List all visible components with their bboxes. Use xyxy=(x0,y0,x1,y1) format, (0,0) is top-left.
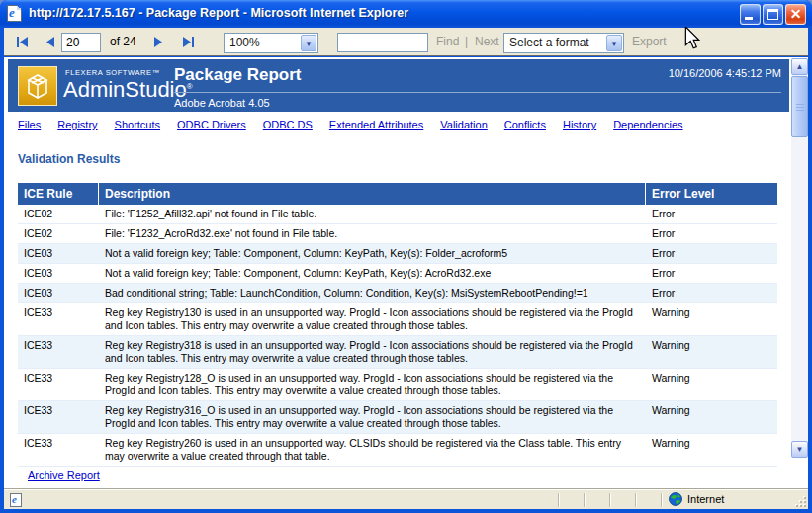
table-row: ICE03 Bad conditional string; Table: Lau… xyxy=(18,284,777,303)
globe-icon xyxy=(669,492,682,506)
nav-link-odbc-drivers[interactable]: ODBC Drivers xyxy=(177,119,246,130)
cell-ice-rule: ICE33 xyxy=(18,369,99,400)
last-page-button[interactable] xyxy=(178,34,198,50)
cell-description: Bad conditional string; Table: LaunchCon… xyxy=(99,284,646,302)
next-page-button[interactable] xyxy=(148,34,168,50)
previous-page-button[interactable] xyxy=(42,34,61,50)
cell-description: Reg key Registry130 is used in an unsupp… xyxy=(99,303,646,335)
adminstudio-logo-icon xyxy=(18,66,57,106)
cell-error-level: Error xyxy=(646,224,777,243)
cell-description: File: 'F1232_AcroRd32.exe' not found in … xyxy=(99,224,646,243)
cell-description: Reg key Registry318 is used in an unsupp… xyxy=(99,336,646,368)
table-row: ICE02 File: 'F1232_AcroRd32.exe' not fou… xyxy=(18,224,777,244)
cell-ice-rule: ICE33 xyxy=(18,434,99,466)
table-row: ICE03 Not a valid foreign key; Table: Co… xyxy=(18,264,777,284)
statusbar-divider xyxy=(558,493,559,507)
cell-error-level: Warning xyxy=(646,336,777,368)
export-button[interactable]: Export xyxy=(632,35,667,48)
table-row: ICE33 Reg key Registry260 is used in an … xyxy=(18,434,777,467)
table-row: ICE03 Not a valid foreign key; Table: Co… xyxy=(18,244,777,264)
statusbar-divider xyxy=(635,493,636,507)
window-controls: ✕ xyxy=(740,4,806,25)
close-icon: ✕ xyxy=(786,5,805,24)
cell-description: Not a valid foreign key; Table: Componen… xyxy=(99,264,646,283)
page-fold xyxy=(17,5,22,10)
find-next-separator: | xyxy=(465,35,468,48)
export-format-value: Select a format xyxy=(509,36,589,49)
table-body: ICE02 File: 'F1252_Afill32.api' not foun… xyxy=(18,205,777,467)
brand-flexera: FLEXERA SOFTWARE™ xyxy=(65,68,160,77)
security-zone: Internet xyxy=(669,492,724,506)
nav-link-conflicts[interactable]: Conflicts xyxy=(504,119,546,130)
cell-ice-rule: ICE33 xyxy=(18,401,99,433)
scroll-down-button[interactable]: ▼ xyxy=(791,441,808,458)
find-next-button[interactable]: Next xyxy=(475,35,499,48)
maximize-button[interactable] xyxy=(763,4,783,25)
column-header-description: Description xyxy=(99,183,646,205)
report-nav: FilesRegistryShortcutsODBC DriversODBC D… xyxy=(18,119,683,130)
arrow-up-icon: ▲ xyxy=(792,59,807,74)
cell-error-level: Warning xyxy=(646,369,777,400)
title-bar: e http://172.17.5.167 - Package Report -… xyxy=(0,0,812,28)
cell-error-level: Error xyxy=(646,264,777,283)
nav-link-history[interactable]: History xyxy=(563,119,596,130)
export-format-select[interactable]: Select a format ▼ xyxy=(503,33,624,53)
cell-ice-rule: ICE33 xyxy=(18,336,99,368)
cell-description: File: 'F1252_Afill32.api' not found in F… xyxy=(99,205,646,223)
table-row: ICE33 Reg key Registry128_O is used in a… xyxy=(18,369,777,401)
ie-e-glyph: e xyxy=(9,5,15,21)
cell-description: Reg key Registry260 is used in an unsupp… xyxy=(99,434,646,466)
scrollbar-thumb[interactable] xyxy=(791,76,808,137)
nav-link-dependencies[interactable]: Dependencies xyxy=(613,119,682,130)
close-button[interactable]: ✕ xyxy=(785,4,806,25)
table-row: ICE33 Reg key Registry318 is used in an … xyxy=(18,336,777,369)
report-header-band: FLEXERA SOFTWARE™ AdminStudio® Package R… xyxy=(8,59,789,112)
package-name: Adobe Acrobat 4.05 xyxy=(174,97,270,109)
cell-error-level: Error xyxy=(646,284,777,302)
cell-description: Reg key Registry128_O is used in an unsu… xyxy=(99,369,646,400)
nav-link-shortcuts[interactable]: Shortcuts xyxy=(115,119,160,130)
cell-description: Reg key Registry316_O is used in an unsu… xyxy=(99,401,646,433)
table-header-row: ICE Rule Description Error Level xyxy=(18,183,777,205)
chevron-down-icon[interactable]: ▼ xyxy=(301,35,316,51)
document-status-icon: e xyxy=(10,493,22,507)
window-title: http://172.17.5.167 - Package Report - M… xyxy=(29,0,408,28)
header-divider xyxy=(174,92,781,93)
zone-label: Internet xyxy=(687,493,724,505)
zoom-value: 100% xyxy=(229,36,260,49)
cell-error-level: Error xyxy=(646,244,777,263)
cell-ice-rule: ICE03 xyxy=(18,284,99,302)
column-header-error-level: Error Level xyxy=(646,183,770,205)
table-row: ICE33 Reg key Registry130 is used in an … xyxy=(18,303,777,336)
minimize-button[interactable] xyxy=(740,4,761,25)
arrow-down-icon: ▼ xyxy=(792,442,807,457)
cell-description: Not a valid foreign key; Table: Componen… xyxy=(99,244,646,263)
statusbar-divider xyxy=(661,493,662,507)
validation-table: ICE Rule Description Error Level ICE02 F… xyxy=(18,183,777,467)
statusbar-divider xyxy=(584,493,585,507)
page-count-label: of 24 xyxy=(110,35,136,48)
find-input[interactable] xyxy=(337,33,428,52)
chevron-down-icon[interactable]: ▼ xyxy=(606,35,622,51)
report-document: FLEXERA SOFTWARE™ AdminStudio® Package R… xyxy=(4,57,808,489)
scroll-up-button[interactable]: ▲ xyxy=(791,58,808,75)
nav-link-registry[interactable]: Registry xyxy=(57,119,97,130)
browser-window: e http://172.17.5.167 - Package Report -… xyxy=(0,0,812,513)
table-row: ICE02 File: 'F1252_Afill32.api' not foun… xyxy=(18,205,777,224)
zoom-select[interactable]: 100% ▼ xyxy=(224,33,318,53)
first-page-button[interactable] xyxy=(14,34,34,50)
nav-link-extended-attributes[interactable]: Extended Attributes xyxy=(329,119,423,130)
column-header-ice-rule: ICE Rule xyxy=(18,183,99,205)
nav-link-files[interactable]: Files xyxy=(18,119,41,130)
vertical-scrollbar[interactable]: ▲ ▼ xyxy=(791,58,808,458)
status-bar: e Internet xyxy=(4,489,808,509)
cell-error-level: Warning xyxy=(646,303,777,335)
page-number-input[interactable] xyxy=(61,33,101,52)
nav-link-odbc-ds[interactable]: ODBC DS xyxy=(263,119,313,130)
cell-ice-rule: ICE03 xyxy=(18,264,99,283)
find-button[interactable]: Find xyxy=(436,35,459,48)
archive-report-link[interactable]: Archive Report xyxy=(28,470,100,481)
resize-grip[interactable] xyxy=(794,495,806,507)
nav-link-validation[interactable]: Validation xyxy=(440,119,488,130)
cell-ice-rule: ICE03 xyxy=(18,244,99,263)
